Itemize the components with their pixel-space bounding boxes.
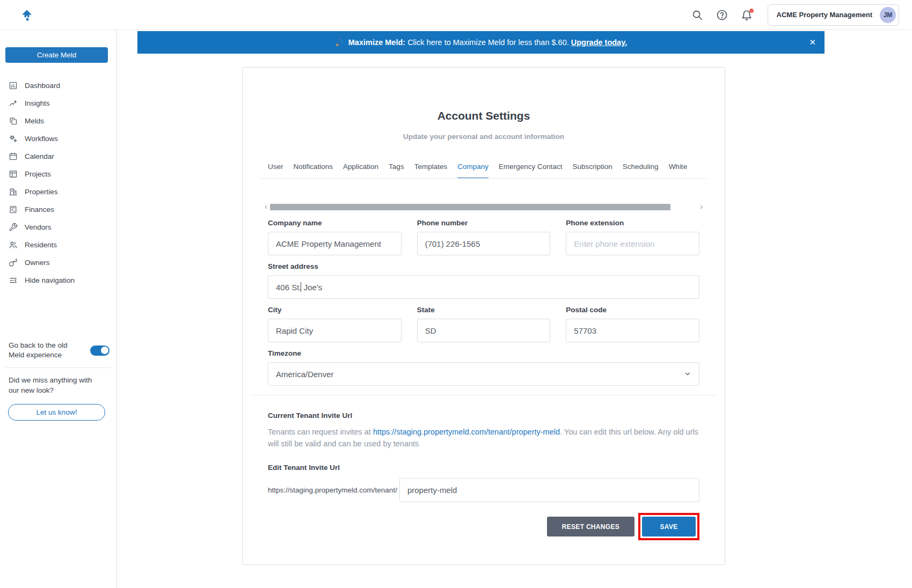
banner-text: Click here to Maximize Meld for less tha… — [407, 38, 569, 47]
company-name-label: Company name — [268, 219, 402, 227]
phone-number-input[interactable] — [417, 232, 551, 255]
state-input[interactable] — [417, 319, 551, 342]
scroll-right-arrow-icon[interactable]: › — [699, 203, 704, 210]
search-icon[interactable] — [691, 9, 703, 21]
scrollbar-thumb[interactable] — [270, 204, 670, 210]
tab-subscription[interactable]: Subscription — [573, 163, 612, 178]
sidebar-item-label: Insights — [25, 99, 50, 107]
tab-tags[interactable]: Tags — [389, 163, 404, 178]
app-root: ACME Property Management JM Create Meld … — [0, 0, 912, 588]
melds-icon — [9, 116, 18, 126]
vendors-icon — [9, 223, 18, 232]
toggle-knob — [101, 347, 108, 354]
account-settings-card: Account Settings Update your personal an… — [242, 67, 725, 565]
postal-code-input[interactable] — [566, 319, 699, 342]
field-state: State — [417, 306, 551, 342]
chevron-down-icon — [684, 370, 691, 378]
banner-upgrade-link[interactable]: Upgrade today. — [571, 38, 627, 47]
section-divider — [250, 395, 717, 395]
notification-dot — [749, 9, 754, 13]
page-body: Create Meld Dashboard Insights Melds Wor… — [0, 30, 912, 588]
tab-scheduling[interactable]: Scheduling — [623, 163, 659, 178]
header-actions: ACME Property Management JM — [691, 4, 899, 26]
invite-url-input[interactable] — [399, 478, 699, 502]
tab-emergency-contact[interactable]: Emergency Contact — [499, 163, 563, 178]
sidebar-nav: Dashboard Insights Melds Workflows Calen… — [5, 77, 111, 289]
scrollbar-track[interactable] — [268, 204, 699, 210]
field-street-address: Street address — [268, 262, 699, 299]
sidebar-item-label: Dashboard — [25, 82, 60, 90]
street-address-input[interactable] — [268, 275, 699, 299]
propertymeld-logo — [20, 8, 33, 22]
sidebar-item-hide-navigation[interactable]: Hide navigation — [5, 271, 111, 289]
user-avatar[interactable]: JM — [880, 7, 896, 23]
dashboard-icon — [9, 81, 18, 90]
form-actions: RESET CHANGES SAVE — [268, 513, 699, 540]
state-label: State — [417, 306, 551, 314]
settings-tabs: User Notifications Application Tags Temp… — [260, 163, 707, 179]
notifications-bell-icon[interactable] — [741, 9, 753, 21]
tab-notifications[interactable]: Notifications — [294, 163, 333, 178]
sidebar-item-finances[interactable]: Finances — [5, 201, 111, 218]
city-input[interactable] — [268, 319, 402, 342]
banner-bold-text: Maximize Meld: — [348, 38, 405, 47]
tab-company[interactable]: Company — [457, 163, 488, 179]
sidebar-item-insights[interactable]: Insights — [5, 94, 111, 112]
sidebar-item-label: Melds — [25, 117, 44, 125]
old-experience-label: Go back to the old Meld experience — [9, 341, 85, 360]
sidebar-divider — [5, 367, 111, 368]
invite-url-link[interactable]: https://staging.propertymeld.com/tenant/… — [373, 428, 560, 436]
city-label: City — [268, 306, 402, 314]
phone-extension-input[interactable] — [566, 232, 699, 255]
create-meld-button[interactable]: Create Meld — [5, 47, 108, 63]
old-experience-row: Go back to the old Meld experience — [5, 341, 111, 360]
sidebar-item-label: Vendors — [25, 223, 52, 231]
reset-changes-button[interactable]: RESET CHANGES — [547, 517, 634, 536]
tab-templates[interactable]: Templates — [414, 163, 448, 178]
residents-icon — [9, 240, 18, 249]
phone-extension-label: Phone extension — [566, 219, 699, 227]
invite-desc-before: Tenants can request invites at — [268, 428, 373, 436]
company-name-input[interactable] — [268, 232, 402, 255]
save-button[interactable]: SAVE — [642, 517, 696, 536]
sidebar-item-projects[interactable]: Projects — [5, 165, 111, 183]
field-company-name: Company name — [268, 219, 402, 255]
timezone-select[interactable]: America/Denver — [268, 362, 699, 386]
sidebar-item-label: Projects — [25, 170, 51, 178]
sidebar-item-vendors[interactable]: Vendors — [5, 218, 111, 236]
timezone-label: Timezone — [268, 349, 699, 357]
sidebar-item-label: Finances — [25, 205, 54, 214]
finances-icon — [9, 205, 18, 214]
sidebar-item-label: Properties — [25, 188, 58, 196]
field-city: City — [268, 306, 402, 342]
sidebar-item-label: Residents — [25, 241, 57, 249]
old-experience-toggle[interactable] — [90, 346, 110, 356]
tab-application[interactable]: Application — [343, 163, 378, 178]
main-content: Maximize Meld: Click here to Maximize Me… — [117, 30, 912, 588]
tab-white-label[interactable]: White — [669, 163, 688, 178]
sidebar-item-properties[interactable]: Properties — [5, 183, 111, 201]
sidebar-item-label: Hide navigation — [25, 276, 75, 284]
scroll-left-arrow-icon[interactable]: ‹ — [264, 203, 268, 210]
let-us-know-button[interactable]: Let us know! — [8, 404, 105, 421]
field-phone-number: Phone number — [417, 219, 551, 255]
sidebar-item-workflows[interactable]: Workflows — [5, 130, 111, 148]
sidebar-item-label: Calendar — [25, 152, 54, 160]
banner-close-icon[interactable]: ✕ — [809, 38, 816, 47]
sidebar-item-label: Workflows — [25, 135, 58, 143]
invite-url-description: Tenants can request invites at https://s… — [268, 426, 699, 450]
text-caret — [301, 282, 301, 292]
sidebar-item-calendar[interactable]: Calendar — [5, 148, 111, 165]
account-switcher[interactable]: ACME Property Management JM — [768, 4, 899, 26]
properties-icon — [9, 187, 18, 196]
tab-user[interactable]: User — [268, 163, 283, 178]
company-form: Company name Phone number Phone extensio… — [268, 219, 699, 540]
sidebar-item-dashboard[interactable]: Dashboard — [5, 77, 111, 94]
hide-navigation-icon — [9, 276, 18, 285]
sidebar-item-residents[interactable]: Residents — [5, 236, 111, 254]
insights-icon — [9, 99, 18, 108]
sidebar-item-label: Owners — [25, 259, 50, 267]
sidebar-item-melds[interactable]: Melds — [5, 112, 111, 130]
sidebar-item-owners[interactable]: Owners — [5, 254, 111, 271]
help-icon[interactable] — [716, 9, 728, 21]
